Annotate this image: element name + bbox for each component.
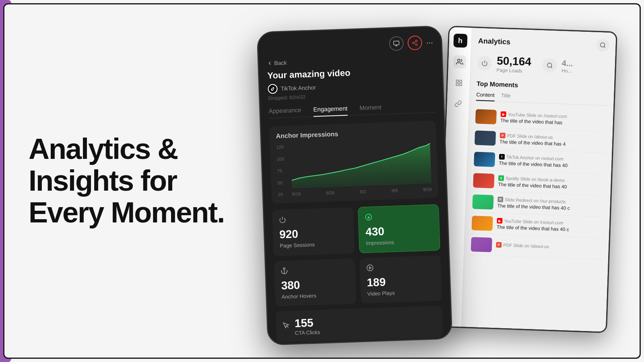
pdf-dot-2: P — [500, 133, 506, 138]
spotify-dot-4: S — [498, 175, 504, 181]
stat-page-sessions: 920 Page Sessions — [272, 207, 355, 256]
hero-section: Analytics & Insights for Every Moment. — [29, 133, 262, 229]
impressions-number: 430 — [365, 223, 433, 239]
moment-thumb-4 — [473, 173, 494, 188]
phone-top-icons: ··· — [266, 35, 433, 55]
hero-line-1: Analytics & — [29, 133, 262, 165]
tablet-header: Analytics — [478, 35, 609, 52]
moment-thumb-3 — [474, 152, 495, 167]
svg-rect-17 — [459, 80, 461, 82]
moment-info-5: R Slide Redirect on /our-products The ti… — [497, 196, 604, 212]
tab-engagement[interactable]: Engagement — [313, 105, 348, 117]
svg-rect-16 — [456, 80, 458, 82]
moment-source-7: P PDF Slide on /about-us — [496, 242, 602, 251]
moment-thumb-1 — [475, 109, 497, 124]
tablet-search-btn[interactable] — [596, 39, 609, 52]
tiktok-dot-3: T — [499, 154, 505, 159]
chart-title: Anchor Impressions — [276, 127, 429, 140]
tab-moment[interactable]: Moment — [359, 104, 382, 115]
stat-cta-clicks: 155 CTA Clicks — [276, 306, 444, 343]
svg-line-24 — [551, 67, 552, 68]
tablet-container: h Analytics — [438, 26, 617, 333]
page-sessions-label: Page Sessions — [280, 241, 348, 249]
phone-screen: ··· Back Your amazing video TikTok Ancho… — [258, 27, 452, 344]
outer-frame: Analytics & Insights for Every Moment. ·… — [3, 3, 641, 359]
moment-info-3: T TikTok Anchor on rooturl.com The title… — [499, 154, 605, 169]
stats-grid: 920 Page Sessions 430 Impressions — [272, 204, 442, 306]
tablet-search-stat-icon — [542, 58, 557, 73]
svg-line-6 — [414, 43, 416, 44]
moments-tab-title[interactable]: Title — [501, 93, 511, 102]
page-sessions-number: 920 — [279, 226, 348, 241]
chart-y-labels: 125 100 75 50 25 — [276, 144, 290, 197]
hero-line-3: Every Moment. — [29, 197, 262, 229]
svg-line-7 — [414, 41, 416, 43]
pdf-dot-7: P — [496, 242, 502, 247]
anchor-hovers-number: 380 — [281, 277, 349, 292]
stat-video-plays: 189 Video Plays — [359, 255, 442, 304]
back-button[interactable]: Back — [267, 54, 433, 66]
tablet-main: Analytics 50,164 Page Loads — [462, 28, 616, 332]
moments-tab-content[interactable]: Content — [476, 91, 495, 101]
chart-container: Anchor Impressions 125 100 75 50 25 — [269, 121, 438, 204]
tablet-hovers-label: Ho... — [561, 68, 573, 74]
video-title: Your amazing video — [267, 65, 434, 81]
tablet-page-loads-label: Page Loads — [496, 67, 531, 74]
cta-number: 155 — [294, 316, 320, 330]
monitor-icon-btn[interactable] — [389, 36, 404, 51]
moment-thumb-6 — [472, 216, 493, 231]
stat-anchor-hovers: 380 Anchor Hovers — [274, 258, 356, 306]
moments-tabs: Content Title — [476, 91, 608, 105]
cta-info: 155 CTA Clicks — [294, 316, 320, 336]
back-label: Back — [274, 60, 287, 66]
phone-body: ··· Back Your amazing video TikTok Ancho… — [257, 25, 453, 346]
chart-x-labels: 8/19 8/26 9/2 9/9 9/16 — [292, 187, 431, 196]
cursor-icon — [283, 321, 290, 331]
play-icon — [366, 262, 435, 273]
moment-info-4: S Spotify Slide on /book-a-demo The titl… — [498, 175, 605, 191]
tablet-page-loads-number: 50,164 — [497, 54, 532, 68]
video-plays-label: Video Plays — [367, 288, 435, 297]
tablet-page-loads: 50,164 Page Loads — [496, 54, 531, 74]
cta-label: CTA Clicks — [295, 329, 320, 336]
svg-line-21 — [604, 47, 605, 48]
chart-wrapper: 125 100 75 50 25 — [276, 139, 431, 197]
moments-list: ▶ YouTube Slide on /rooturl.com The titl… — [471, 106, 607, 259]
tablet-hovers: 4... Ho... — [561, 58, 573, 74]
impressions-label: Impressions — [366, 238, 433, 246]
youtube-dot-6: ▶ — [497, 218, 502, 223]
moment-info-1: ▶ YouTube Slide on /rooturl.com The titl… — [500, 111, 607, 127]
moment-thumb-7 — [471, 237, 492, 252]
tablet-analytics-title: Analytics — [478, 37, 511, 46]
moment-thumb-2 — [475, 130, 496, 146]
tiktok-icon — [268, 84, 278, 94]
video-plays-number: 189 — [367, 274, 435, 289]
svg-marker-14 — [369, 267, 372, 269]
svg-point-15 — [457, 59, 460, 62]
svg-point-4 — [413, 42, 414, 44]
svg-point-3 — [416, 40, 417, 42]
chart-area — [290, 139, 431, 188]
video-source-name: TikTok Anchor — [281, 84, 316, 92]
tablet-stat-row: 50,164 Page Loads 4... Ho... — [477, 53, 609, 76]
hero-text: Analytics & Insights for Every Moment. — [29, 133, 262, 229]
youtube-dot-1: ▶ — [500, 111, 506, 117]
more-icon[interactable]: ··· — [426, 37, 433, 47]
moment-item-7: P PDF Slide on /about-us — [471, 234, 603, 259]
svg-rect-0 — [394, 41, 399, 45]
tablet-screen: h Analytics — [439, 27, 616, 332]
stat-impressions: 430 Impressions — [358, 204, 440, 253]
power-icon — [279, 214, 347, 225]
tab-appearance[interactable]: Appearance — [268, 107, 301, 118]
redirect-dot-5: R — [497, 196, 503, 202]
svg-point-13 — [367, 265, 373, 271]
download-icon — [365, 211, 432, 222]
svg-point-5 — [416, 44, 417, 45]
share-icon-btn[interactable] — [407, 35, 422, 50]
svg-point-11 — [283, 268, 285, 270]
hero-line-2: Insights for — [29, 165, 262, 197]
phone-container: ··· Back Your amazing video TikTok Ancho… — [262, 16, 455, 350]
tablet-logo: h — [453, 33, 467, 47]
moment-info-6: ▶ YouTube Slide on /rooturl.com The titl… — [497, 218, 603, 233]
svg-rect-18 — [456, 83, 458, 85]
